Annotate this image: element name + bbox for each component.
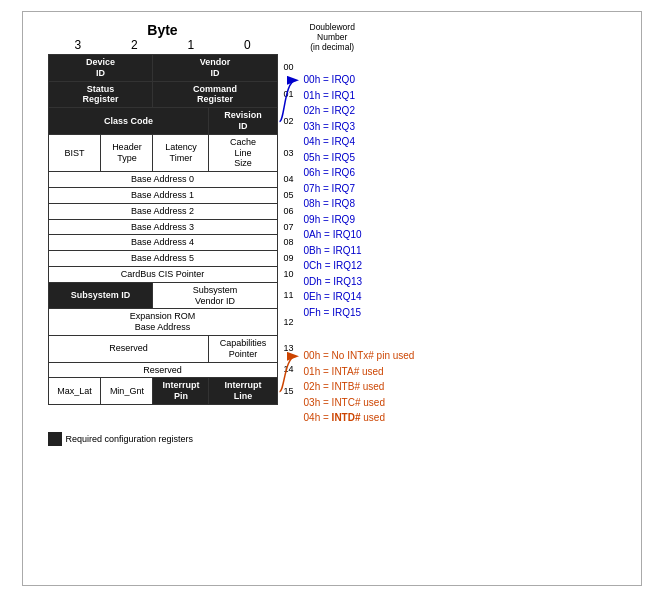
table-cell: DeviceID — [48, 55, 153, 82]
irq-item: 06h = IRQ6 — [304, 165, 626, 181]
table-row: Reserved — [48, 362, 277, 378]
row-number: 00 — [282, 54, 294, 81]
table-row: Base Address 5 — [48, 251, 277, 267]
legend-box — [48, 432, 62, 446]
table-row: Max_LatMin_GntInterruptPinInterruptLine — [48, 378, 277, 405]
row-number: 01 — [282, 81, 294, 108]
row-number: 04 — [282, 171, 294, 187]
table-cell: Base Address 5 — [48, 251, 277, 267]
table-row: Base Address 1 — [48, 188, 277, 204]
table-row: Subsystem IDSubsystemVendor ID — [48, 282, 277, 309]
row-number: 14 — [282, 362, 294, 378]
table-wrapper: DeviceIDVendorIDStatusRegisterCommandReg… — [48, 54, 278, 405]
byte-2: 2 — [131, 38, 138, 52]
table-cell: InterruptPin — [153, 378, 209, 405]
int-item: 01h = INTA# used — [304, 364, 626, 380]
row-number: 12 — [282, 308, 294, 335]
row-numbers: 00010203040506070809101112131415 — [282, 54, 294, 404]
byte-3: 3 — [74, 38, 81, 52]
byte-label: Byte — [147, 22, 177, 38]
table-cell: BIST — [48, 134, 101, 171]
table-row: BISTHeaderTypeLatencyTimerCacheLineSize — [48, 134, 277, 171]
table-cell: Base Address 3 — [48, 219, 277, 235]
row-number: 10 — [282, 266, 294, 282]
table-cell: RevisionID — [209, 108, 277, 135]
row-number: 02 — [282, 107, 294, 134]
row-number: 03 — [282, 134, 294, 171]
register-table: DeviceIDVendorIDStatusRegisterCommandReg… — [48, 54, 278, 405]
table-row: Base Address 0 — [48, 172, 277, 188]
table-row: StatusRegisterCommandRegister — [48, 81, 277, 108]
int-item: 04h = INTD# used — [304, 410, 626, 426]
byte-1: 1 — [187, 38, 194, 52]
doubleword-label: DoublewordNumber(in decimal) — [310, 22, 355, 53]
irq-item: 04h = IRQ4 — [304, 134, 626, 150]
table-cell: Base Address 2 — [48, 203, 277, 219]
irq-item: 09h = IRQ9 — [304, 212, 626, 228]
table-cell: HeaderType — [101, 134, 153, 171]
table-cell: InterruptLine — [209, 378, 277, 405]
int-item: 00h = No INTx# pin used — [304, 348, 626, 364]
irq-item: 02h = IRQ2 — [304, 103, 626, 119]
row-number: 15 — [282, 377, 294, 404]
legend-text: Required configuration registers — [66, 434, 194, 444]
table-row: Base Address 3 — [48, 219, 277, 235]
table-cell: Class Code — [48, 108, 209, 135]
row-number: 05 — [282, 187, 294, 203]
irq-item: 0Eh = IRQ14 — [304, 289, 626, 305]
int-list: 00h = No INTx# pin used01h = INTA# used0… — [304, 348, 626, 426]
table-cell: CapabilitiesPointer — [209, 336, 277, 363]
byte-0: 0 — [244, 38, 251, 52]
table-cell: Base Address 4 — [48, 235, 277, 251]
table-cell: LatencyTimer — [153, 134, 209, 171]
table-cell: CardBus CIS Pointer — [48, 267, 277, 283]
table-cell: Base Address 1 — [48, 188, 277, 204]
row-number: 06 — [282, 203, 294, 219]
right-annotations: 00h = IRQ001h = IRQ102h = IRQ203h = IRQ3… — [304, 54, 626, 426]
irq-item: 0Dh = IRQ13 — [304, 274, 626, 290]
legend: Required configuration registers — [48, 432, 626, 446]
table-row: Expansion ROMBase Address — [48, 309, 277, 336]
irq-item: 03h = IRQ3 — [304, 119, 626, 135]
table-cell: VendorID — [153, 55, 277, 82]
irq-item: 0Ah = IRQ10 — [304, 227, 626, 243]
irq-item: 0Bh = IRQ11 — [304, 243, 626, 259]
table-cell: Expansion ROMBase Address — [48, 309, 277, 336]
row-number: 11 — [282, 282, 294, 309]
table-cell: CommandRegister — [153, 81, 277, 108]
table-row: Class CodeRevisionID — [48, 108, 277, 135]
int-item: 03h = INTC# used — [304, 395, 626, 411]
row-number: 08 — [282, 234, 294, 250]
irq-item: 08h = IRQ8 — [304, 196, 626, 212]
table-cell: Max_Lat — [48, 378, 101, 405]
table-cell: Reserved — [48, 362, 277, 378]
row-number: 13 — [282, 335, 294, 362]
table-cell: SubsystemVendor ID — [153, 282, 277, 309]
table-cell: Subsystem ID — [48, 282, 153, 309]
irq-item: 00h = IRQ0 — [304, 72, 626, 88]
table-row: ReservedCapabilitiesPointer — [48, 336, 277, 363]
irq-item: 01h = IRQ1 — [304, 88, 626, 104]
table-row: CardBus CIS Pointer — [48, 267, 277, 283]
table-cell: StatusRegister — [48, 81, 153, 108]
irq-item: 0Ch = IRQ12 — [304, 258, 626, 274]
main-container: Byte 3 2 1 0 DoublewordNumber(in decimal… — [22, 11, 642, 586]
table-cell: CacheLineSize — [209, 134, 277, 171]
row-number: 07 — [282, 219, 294, 235]
irq-item: 07h = IRQ7 — [304, 181, 626, 197]
table-row: DeviceIDVendorID — [48, 55, 277, 82]
irq-list: 00h = IRQ001h = IRQ102h = IRQ203h = IRQ3… — [304, 72, 626, 320]
table-cell: Min_Gnt — [101, 378, 153, 405]
irq-item: 05h = IRQ5 — [304, 150, 626, 166]
irq-item: 0Fh = IRQ15 — [304, 305, 626, 321]
table-row: Base Address 2 — [48, 203, 277, 219]
int-item: 02h = INTB# used — [304, 379, 626, 395]
table-cell: Reserved — [48, 336, 209, 363]
row-number: 09 — [282, 250, 294, 266]
table-row: Base Address 4 — [48, 235, 277, 251]
table-cell: Base Address 0 — [48, 172, 277, 188]
